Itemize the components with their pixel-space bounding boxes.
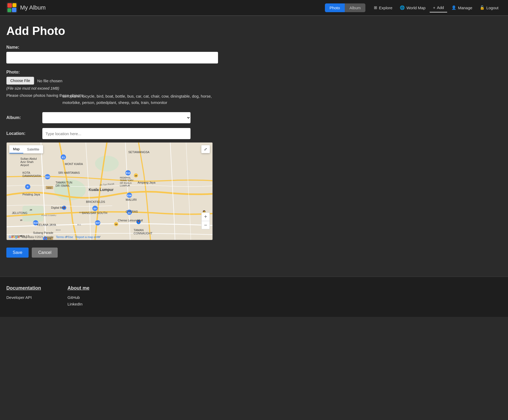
map-copyright: Map data ©2021 Google Terms of Use Repor… xyxy=(22,235,100,239)
photo-group: Photo: Choose File No file chosen (File … xyxy=(6,70,221,106)
svg-point-7 xyxy=(95,156,119,172)
album-group: Album: xyxy=(6,112,221,123)
svg-text:3213: 3213 xyxy=(56,229,61,231)
nav-explore-label: Explore xyxy=(379,6,392,10)
svg-text:E37: E37 xyxy=(96,222,100,224)
fullscreen-icon: ⤢ xyxy=(204,147,207,151)
app-logo-icon xyxy=(6,2,17,13)
name-input[interactable] xyxy=(6,52,218,63)
nav-logout[interactable]: 🔓 Logout xyxy=(477,3,502,12)
zoom-controls: + − xyxy=(201,212,210,229)
svg-text:E38: E38 xyxy=(127,194,131,197)
album-label: Album: xyxy=(6,115,38,120)
footer-documentation: Documentation Developer API xyxy=(6,285,41,308)
photo-toggle-btn[interactable]: Photo xyxy=(325,3,345,12)
svg-text:28: 28 xyxy=(135,175,137,177)
globe-icon: 🌐 xyxy=(400,5,405,10)
nav-worldmap-label: World Map xyxy=(406,6,425,10)
footer-about-title: About me xyxy=(67,285,89,291)
map-btn[interactable]: Map xyxy=(9,145,23,153)
plus-icon: + xyxy=(433,5,435,10)
footer: Documentation Developer API About me Git… xyxy=(0,277,508,317)
svg-text:AH2: AH2 xyxy=(47,187,52,189)
save-button[interactable]: Save xyxy=(6,248,29,258)
map-container[interactable]: E23 E1 E12 E38 E9 E10 E37 E9 AH2 AH2 xyxy=(6,142,213,240)
location-label: Location: xyxy=(6,131,38,136)
album-select[interactable] xyxy=(42,112,190,123)
nav-worldmap[interactable]: 🌐 World Map xyxy=(397,3,429,12)
cancel-button[interactable]: Cancel xyxy=(32,248,58,258)
name-label: Name: xyxy=(6,45,221,50)
zoom-out-button[interactable]: − xyxy=(201,221,210,229)
map-mode-toggle[interactable]: Map Satellite xyxy=(9,145,43,153)
svg-rect-3 xyxy=(7,8,11,12)
choose-file-button[interactable]: Choose File xyxy=(6,77,34,85)
svg-text:15: 15 xyxy=(20,219,22,221)
footer-about: About me GitHub LinkedIn xyxy=(67,285,89,308)
svg-text:✈: ✈ xyxy=(26,185,29,188)
page-heading: Add Photo xyxy=(6,24,221,38)
main-content: Add Photo Name: Photo: Choose File No fi… xyxy=(0,16,228,277)
name-group: Name: xyxy=(6,45,221,63)
nav-add-label: Add xyxy=(437,5,444,10)
svg-text:📍: 📍 xyxy=(137,221,140,224)
nav-brand[interactable]: My Album xyxy=(6,2,46,13)
svg-rect-1 xyxy=(7,3,12,8)
zoom-in-button[interactable]: + xyxy=(201,212,210,221)
svg-text:E10: E10 xyxy=(34,222,38,224)
objects-prompt: Please choose photos having these object… xyxy=(6,93,59,98)
map-report-link[interactable]: Report a map error xyxy=(75,235,100,239)
svg-text:25: 25 xyxy=(30,209,32,211)
svg-rect-2 xyxy=(12,3,16,7)
fullscreen-button[interactable]: ⤢ xyxy=(201,145,210,153)
map-background: E23 E1 E12 E38 E9 E10 E37 E9 AH2 AH2 xyxy=(7,143,212,240)
location-input[interactable] xyxy=(42,128,190,139)
objects-list: aeroplane, bicycle, bird, boat, bottle, … xyxy=(62,93,221,106)
nav-explore[interactable]: ⊞ Explore xyxy=(371,3,396,12)
svg-text:E23: E23 xyxy=(46,176,50,178)
svg-text:E9: E9 xyxy=(94,207,97,210)
svg-text:E12: E12 xyxy=(126,172,130,174)
nav-manage-label: Manage xyxy=(458,6,472,10)
file-size-note: (File size must not exceed 1MB) xyxy=(6,86,221,90)
svg-text:B11: B11 xyxy=(77,223,81,226)
map-attribution: Google Map data ©2021 Google Terms of Us… xyxy=(9,235,100,239)
footer-docs-title: Documentation xyxy=(6,285,41,291)
google-logo: Google xyxy=(9,235,20,239)
map-svg: E23 E1 E12 E38 E9 E10 E37 E9 AH2 AH2 xyxy=(7,143,212,240)
action-buttons: Save Cancel xyxy=(6,248,221,258)
photo-album-toggle[interactable]: Photo Album xyxy=(325,3,366,12)
svg-text:PUNG G BARU: PUNG G BARU xyxy=(42,214,56,217)
svg-text:E1: E1 xyxy=(62,156,65,159)
explore-icon: ⊞ xyxy=(374,5,377,10)
footer-developer-api-link[interactable]: Developer API xyxy=(6,295,41,300)
svg-text:📍: 📍 xyxy=(63,207,66,210)
svg-text:28: 28 xyxy=(115,223,117,226)
satellite-btn[interactable]: Satellite xyxy=(23,145,43,153)
svg-text:B9: B9 xyxy=(79,211,82,214)
logout-icon: 🔓 xyxy=(480,5,485,10)
location-group: Location: xyxy=(6,128,221,139)
footer-github-link[interactable]: GitHub xyxy=(67,295,89,300)
footer-linkedin-link[interactable]: LinkedIn xyxy=(67,302,89,306)
no-file-text: No file chosen xyxy=(37,79,62,83)
svg-rect-4 xyxy=(12,8,16,12)
nav-logout-label: Logout xyxy=(486,6,498,10)
map-terms-link[interactable]: Terms of Use xyxy=(56,235,73,239)
app-title: My Album xyxy=(20,4,46,11)
svg-text:E9: E9 xyxy=(128,211,131,214)
objects-row: Please choose photos having these object… xyxy=(6,93,221,106)
photo-label: Photo: xyxy=(6,70,221,75)
navbar: My Album Photo Album ⊞ Explore 🌐 World M… xyxy=(0,0,508,16)
nav-manage[interactable]: 👤 Manage xyxy=(448,3,475,12)
file-input-row: Choose File No file chosen xyxy=(6,77,221,85)
album-toggle-btn[interactable]: Album xyxy=(345,3,366,12)
user-icon: 👤 xyxy=(451,5,456,10)
nav-add[interactable]: + Add xyxy=(430,3,447,12)
nav-links: ⊞ Explore 🌐 World Map + Add 👤 Manage 🔓 L… xyxy=(371,3,502,12)
